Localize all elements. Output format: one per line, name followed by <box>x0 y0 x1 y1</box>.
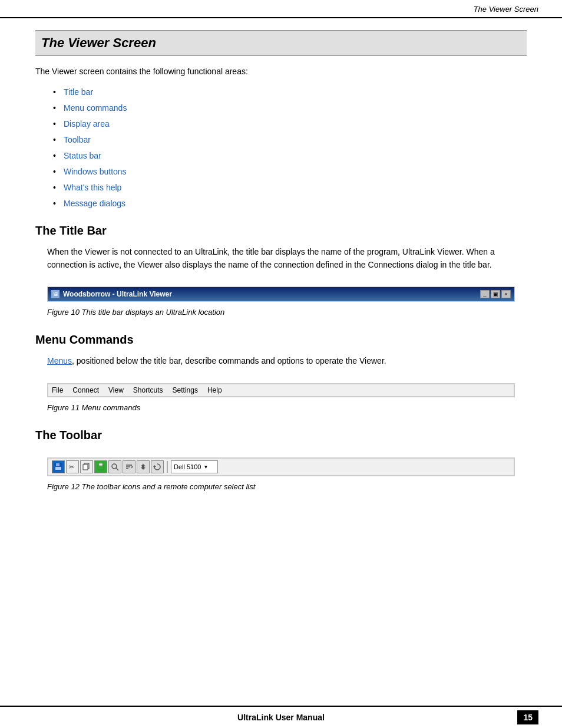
toolbar-sort-btn[interactable] <box>123 460 135 473</box>
menu-shortcuts[interactable]: Shortcuts <box>133 386 163 394</box>
toolbar-caption: Figure 12 The toolbar icons and a remote… <box>47 482 527 491</box>
main-content: The Viewer Screen The Viewer screen cont… <box>0 18 562 706</box>
svg-marker-14 <box>141 466 146 470</box>
title-bar-link[interactable]: Title bar <box>64 87 93 97</box>
list-item: Title bar <box>53 86 527 98</box>
toolbar-save-btn[interactable] <box>52 460 65 473</box>
svg-rect-1 <box>56 463 59 466</box>
intro-text: The Viewer screen contains the following… <box>35 65 527 78</box>
toolbar-arrows-btn[interactable] <box>137 460 150 473</box>
svg-point-8 <box>112 464 117 469</box>
minimize-button[interactable]: _ <box>480 290 490 298</box>
whats-this-help-link[interactable]: What's this help <box>64 183 121 192</box>
title-bar-heading: The Title Bar <box>35 224 527 238</box>
menu-file[interactable]: File <box>52 386 63 394</box>
page-wrapper: The Viewer Screen The Viewer Screen The … <box>0 0 562 728</box>
title-bar-figure: 🖥 Woodsborrow - UltraLink Viewer _ ▣ × <box>47 286 515 302</box>
menu-commands-link[interactable]: Menu commands <box>64 103 127 113</box>
list-item: Display area <box>53 118 527 130</box>
svg-marker-15 <box>153 465 156 467</box>
svg-text:✂: ✂ <box>69 463 74 470</box>
menu-bar-figure: File Connect View Shortcuts Settings Hel… <box>47 383 515 397</box>
toolbar-heading: The Toolbar <box>35 429 527 442</box>
menu-caption: Figure 11 Menu commands <box>47 403 527 412</box>
toolbar-find-btn[interactable] <box>108 460 121 473</box>
title-bar-buttons: _ ▣ × <box>480 290 511 298</box>
toolbar-separator <box>167 461 168 473</box>
section-title-bar: The Viewer Screen <box>35 30 527 56</box>
footer-page-number: 15 <box>517 710 538 724</box>
status-bar-link[interactable]: Status bar <box>64 151 101 160</box>
list-item: Toolbar <box>53 134 527 146</box>
message-dialogs-link[interactable]: Message dialogs <box>64 199 125 208</box>
menu-commands-rest: , positioned below the title bar, descri… <box>72 356 386 365</box>
svg-rect-2 <box>55 467 61 470</box>
menu-commands-body: Menus, positioned below the title bar, d… <box>47 355 527 368</box>
close-button[interactable]: × <box>501 290 511 298</box>
menu-commands-heading: Menu Commands <box>35 333 527 347</box>
toolbar-copy-btn[interactable] <box>80 460 93 473</box>
list-item: Menu commands <box>53 102 527 114</box>
menu-commands-section: Menu Commands Menus, positioned below th… <box>35 333 527 412</box>
toolbar-mockup: ✂ <box>48 458 514 476</box>
list-item: What's this help <box>53 182 527 194</box>
computer-select-value: Dell 5100 <box>174 463 201 470</box>
svg-rect-7 <box>99 463 103 466</box>
app-icon: 🖥 <box>51 290 59 298</box>
toolbar-refresh-btn[interactable] <box>151 460 164 473</box>
menu-connect[interactable]: Connect <box>72 386 99 394</box>
list-item: Status bar <box>53 150 527 162</box>
title-bar-mockup-text: Woodsborrow - UltraLink Viewer <box>63 290 172 298</box>
select-arrow-icon: ▼ <box>203 465 208 470</box>
list-item: Message dialogs <box>53 197 527 210</box>
menus-link[interactable]: Menus <box>47 356 72 365</box>
title-bar-mockup: 🖥 Woodsborrow - UltraLink Viewer _ ▣ × <box>48 287 514 301</box>
svg-line-9 <box>116 468 118 470</box>
windows-buttons-link[interactable]: Windows buttons <box>64 167 127 176</box>
menu-bar-mockup: File Connect View Shortcuts Settings Hel… <box>48 384 514 397</box>
display-area-link[interactable]: Display area <box>64 119 110 129</box>
top-header: The Viewer Screen <box>0 0 562 18</box>
menu-settings[interactable]: Settings <box>173 386 198 394</box>
title-bar-body: When the Viewer is not connected to an U… <box>47 246 527 271</box>
title-bar-left: 🖥 Woodsborrow - UltraLink Viewer <box>51 290 172 298</box>
menu-help[interactable]: Help <box>207 386 222 394</box>
computer-select[interactable]: Dell 5100 ▼ <box>171 460 218 473</box>
toolbar-paste-btn[interactable] <box>94 460 107 473</box>
restore-button[interactable]: ▣ <box>491 290 500 298</box>
page-footer: UltraLink User Manual 15 <box>0 706 562 728</box>
header-title: The Viewer Screen <box>474 5 538 14</box>
list-item: Windows buttons <box>53 166 527 178</box>
toolbar-cut-btn[interactable]: ✂ <box>66 460 79 473</box>
title-bar-section: The Title Bar When the Viewer is not con… <box>35 224 527 317</box>
toolbar-link[interactable]: Toolbar <box>64 135 91 144</box>
toolbar-section: The Toolbar ✂ <box>35 429 527 491</box>
footer-title: UltraLink User Manual <box>237 713 325 722</box>
toolbar-figure: ✂ <box>47 457 515 476</box>
menu-view[interactable]: View <box>108 386 124 394</box>
bullet-list: Title bar Menu commands Display area Too… <box>35 86 527 210</box>
section-title: The Viewer Screen <box>41 35 521 51</box>
title-bar-caption: Figure 10 This title bar displays an Ult… <box>47 308 527 317</box>
svg-rect-5 <box>83 465 88 470</box>
